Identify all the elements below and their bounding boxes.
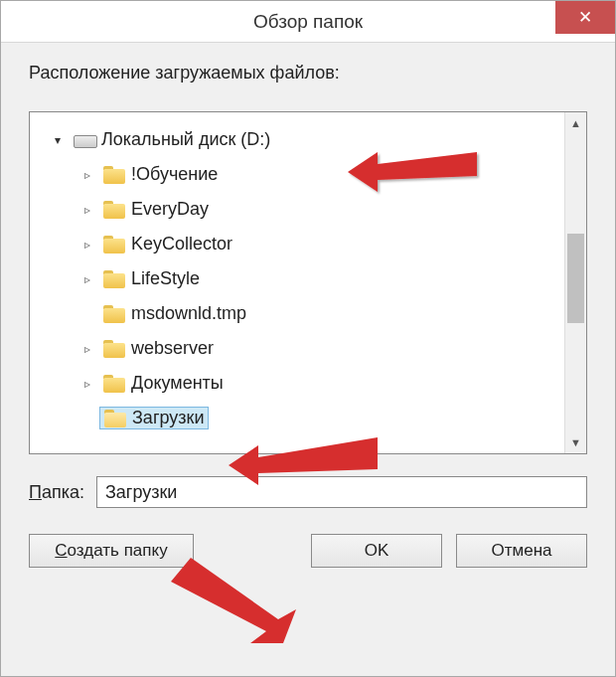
titlebar: Обзор папок ✕ — [1, 1, 615, 43]
folder-icon — [103, 236, 125, 254]
browse-folder-dialog: Обзор папок ✕ Расположение загружаемых ф… — [0, 0, 616, 677]
scroll-thumb[interactable] — [567, 234, 584, 323]
scroll-down-icon[interactable]: ▼ — [565, 431, 586, 453]
close-button[interactable]: ✕ — [555, 1, 615, 34]
chevron-right-icon[interactable]: ▹ — [79, 168, 95, 182]
tree-item[interactable]: msdownld.tmp — [34, 296, 560, 331]
folder-icon — [103, 166, 125, 184]
tree-item-label: Локальный диск (D:) — [101, 129, 270, 150]
chevron-down-icon[interactable]: ▾ — [50, 133, 66, 147]
cancel-button[interactable]: Отмена — [456, 534, 587, 568]
tree-item-label: !Обучение — [131, 164, 218, 185]
tree-item[interactable]: ▹ EveryDay — [34, 192, 560, 227]
tree-item-label: msdownld.tmp — [131, 303, 246, 324]
prompt-text: Расположение загружаемых файлов: — [29, 63, 587, 84]
tree-item-selected[interactable]: Загрузки — [34, 401, 560, 435]
tree-item[interactable]: ▹ !Обучение — [34, 157, 560, 192]
tree-viewport: ▾ Локальный диск (D:) ▹ !Обучение ▹ — [30, 112, 564, 453]
vertical-scrollbar[interactable]: ▲ ▼ — [564, 112, 586, 453]
scroll-track[interactable] — [565, 134, 586, 431]
folder-open-icon — [104, 410, 126, 427]
tree-item-label: Документы — [131, 373, 224, 394]
tree-item-label: LifeStyle — [131, 268, 200, 289]
folder-icon — [103, 270, 125, 288]
tree-item-label: Загрузки — [132, 408, 204, 428]
tree-item[interactable]: ▹ Документы — [34, 366, 560, 401]
tree-item[interactable]: ▹ KeyCollector — [34, 227, 560, 261]
window-title: Обзор папок — [1, 11, 615, 33]
tree-item[interactable]: ▹ webserver — [34, 331, 560, 366]
folder-name-label: Папка: — [29, 482, 84, 503]
chevron-right-icon[interactable]: ▹ — [79, 203, 95, 217]
tree-item-label: webserver — [131, 338, 214, 359]
close-icon: ✕ — [578, 7, 592, 28]
tree-item-drive[interactable]: ▾ Локальный диск (D:) — [34, 122, 560, 157]
folder-icon — [103, 305, 125, 323]
scroll-up-icon[interactable]: ▲ — [565, 112, 586, 134]
folder-name-input[interactable] — [96, 476, 587, 508]
folder-tree: ▾ Локальный диск (D:) ▹ !Обучение ▹ — [29, 111, 587, 454]
chevron-right-icon[interactable]: ▹ — [79, 377, 95, 391]
tree-item[interactable]: ▹ LifeStyle — [34, 261, 560, 296]
button-row: Создать папку OK Отмена — [29, 534, 587, 568]
dialog-content: Расположение загружаемых файлов: ▾ Локал… — [1, 43, 615, 676]
folder-name-row: Папка: — [29, 476, 587, 508]
drive-icon — [74, 132, 95, 148]
chevron-right-icon[interactable]: ▹ — [79, 238, 95, 252]
chevron-right-icon[interactable]: ▹ — [79, 272, 95, 286]
tree-item-label: EveryDay — [131, 199, 209, 220]
ok-button[interactable]: OK — [311, 534, 442, 568]
chevron-right-icon[interactable]: ▹ — [79, 342, 95, 356]
ok-cancel-group: OK Отмена — [311, 534, 587, 568]
folder-icon — [103, 375, 125, 393]
folder-icon — [103, 340, 125, 358]
tree-item-label: KeyCollector — [131, 234, 232, 254]
folder-icon — [103, 201, 125, 219]
new-folder-button[interactable]: Создать папку — [29, 534, 194, 568]
